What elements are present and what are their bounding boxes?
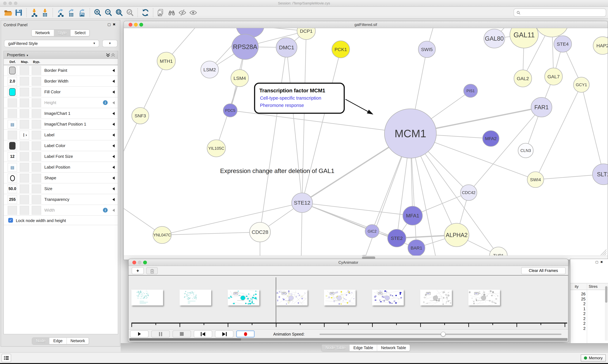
- cell-def[interactable]: ▤: [8, 120, 17, 129]
- network-window-titlebar[interactable]: galFiltered.sif: [124, 21, 608, 28]
- cell-def[interactable]: 12: [8, 152, 17, 161]
- save-session-button[interactable]: [14, 8, 23, 17]
- tab-network[interactable]: Network: [66, 338, 89, 344]
- export-table-button[interactable]: [67, 8, 76, 17]
- annotation-link[interactable]: Cell-type-specific transcription: [260, 95, 321, 101]
- property-row-shape[interactable]: Shape: [4, 173, 118, 183]
- expand-arrow-icon[interactable]: [112, 69, 115, 72]
- cell-def[interactable]: [8, 66, 17, 75]
- clear-all-frames-button[interactable]: Clear All Frames: [521, 267, 566, 274]
- close-panel-icon[interactable]: ✖: [113, 23, 117, 26]
- cell-map[interactable]: [20, 120, 29, 129]
- property-row-width[interactable]: Widthi: [4, 205, 118, 216]
- tab-style[interactable]: Style: [54, 30, 70, 36]
- cell-map[interactable]: [20, 206, 29, 215]
- cell-map[interactable]: [20, 98, 29, 107]
- expand-arrow-icon[interactable]: [112, 101, 115, 104]
- cell-byp[interactable]: [32, 195, 41, 204]
- cell-def[interactable]: [8, 88, 17, 96]
- cell-byp[interactable]: [32, 163, 41, 172]
- search-input[interactable]: [514, 9, 606, 17]
- cell-byp[interactable]: [32, 120, 41, 129]
- cyanimator-titlebar[interactable]: CyAnimator: [129, 259, 568, 266]
- property-row-label-position[interactable]: ▤Label Position: [4, 162, 118, 173]
- stop-button[interactable]: [173, 330, 191, 338]
- show-panels-button[interactable]: [1, 354, 11, 362]
- table-row[interactable]: 2: [570, 312, 585, 316]
- table-row[interactable]: 2: [570, 321, 585, 326]
- frame-thumbnail-2[interactable]: [228, 290, 259, 305]
- table-row[interactable]: 26: [570, 292, 585, 296]
- zoom-out-button[interactable]: [104, 8, 113, 17]
- slider-thumb[interactable]: [441, 332, 445, 337]
- expand-arrow-icon[interactable]: [112, 91, 115, 94]
- close-window-icon[interactable]: [3, 1, 7, 5]
- expand-arrow-icon[interactable]: [112, 176, 115, 180]
- cell-def[interactable]: [8, 206, 17, 215]
- cell-byp[interactable]: [32, 109, 41, 118]
- property-row-image-chart-1[interactable]: Image/Chart 1: [4, 108, 118, 119]
- zoom-in-button[interactable]: [93, 8, 102, 17]
- cell-map[interactable]: ⋮›: [20, 130, 29, 140]
- cell-map[interactable]: [20, 195, 29, 204]
- property-row-fill-color[interactable]: Fill Color: [4, 87, 118, 97]
- timeline-playhead[interactable]: [276, 277, 276, 325]
- pause-button[interactable]: [151, 330, 170, 338]
- network-caption[interactable]: Expression change after deletion of GAL1: [220, 168, 334, 174]
- network-canvas[interactable]: RPS28BDCP1RPS28ADMC1PCK1SWI5GAL80GAL11ST…: [124, 28, 608, 256]
- cell-def[interactable]: 50.0: [8, 184, 17, 193]
- close-panel-icon[interactable]: ✖: [600, 260, 605, 264]
- color-swatch[interactable]: [9, 67, 15, 74]
- frame-thumbnail-5[interactable]: [372, 290, 404, 305]
- open-session-button[interactable]: [3, 8, 13, 17]
- property-row-image-chart-position-1[interactable]: ▤Image/Chart Position 1: [4, 119, 118, 130]
- minimize-window-icon[interactable]: [9, 1, 12, 5]
- zoom-icon[interactable]: [143, 260, 147, 264]
- expand-arrow-icon[interactable]: [112, 133, 115, 137]
- play-button[interactable]: [130, 330, 149, 338]
- cell-map[interactable]: [20, 152, 29, 161]
- cell-def[interactable]: [8, 130, 17, 140]
- expand-arrow-icon[interactable]: [112, 112, 115, 115]
- cell-def[interactable]: [8, 98, 17, 107]
- annotation-box[interactable]: Transcription factor MCM1Cell-type-speci…: [255, 83, 344, 113]
- cell-byp[interactable]: [32, 206, 41, 215]
- maximize-window-icon[interactable]: [14, 1, 17, 5]
- table-row[interactable]: 2: [570, 302, 585, 306]
- cell-def[interactable]: [8, 174, 17, 182]
- close-icon[interactable]: [129, 23, 132, 26]
- tab-network-table[interactable]: Network Table: [377, 345, 410, 351]
- animation-speed-slider[interactable]: [319, 334, 561, 335]
- minimize-icon[interactable]: [134, 23, 138, 26]
- expand-arrow-icon[interactable]: [112, 166, 115, 169]
- expand-arrow-icon[interactable]: [112, 123, 115, 126]
- frame-thumbnail-7[interactable]: [468, 290, 500, 305]
- lock-checkbox[interactable]: ✓: [8, 218, 13, 223]
- color-swatch[interactable]: [9, 142, 15, 150]
- memory-button[interactable]: Memory: [580, 354, 606, 362]
- cell-byp[interactable]: [32, 66, 41, 75]
- table-row[interactable]: 1: [570, 307, 585, 311]
- property-row-size[interactable]: 50.0Size: [4, 183, 118, 194]
- tab-node-table[interactable]: Node Table: [322, 345, 349, 351]
- zoom-fit-button[interactable]: [114, 8, 124, 17]
- frame-thumbnail-1[interactable]: [180, 290, 211, 305]
- property-row-label-font-size[interactable]: 12Label Font Size: [4, 151, 118, 162]
- add-frame-button[interactable]: +: [132, 267, 144, 274]
- expand-arrow-icon[interactable]: [112, 198, 115, 201]
- import-table-button[interactable]: [40, 8, 50, 17]
- cell-byp[interactable]: [32, 88, 41, 96]
- skip-start-button[interactable]: [194, 330, 212, 338]
- expand-arrow-icon[interactable]: [112, 209, 115, 212]
- cell-def[interactable]: ▤: [8, 163, 17, 172]
- import-network-button[interactable]: [29, 8, 39, 17]
- property-row-transparency[interactable]: 255Transparency: [4, 194, 118, 205]
- property-row-label-color[interactable]: Label Color: [4, 140, 118, 151]
- cell-map[interactable]: [20, 66, 29, 75]
- property-row-border-width[interactable]: 2.0Border Width: [4, 76, 118, 87]
- property-row-border-paint[interactable]: Border Paint: [4, 65, 118, 76]
- style-options-button[interactable]: ▼: [102, 40, 117, 47]
- cell-byp[interactable]: [32, 174, 41, 182]
- cell-byp[interactable]: [32, 77, 41, 86]
- frame-thumbnail-4[interactable]: [324, 290, 356, 305]
